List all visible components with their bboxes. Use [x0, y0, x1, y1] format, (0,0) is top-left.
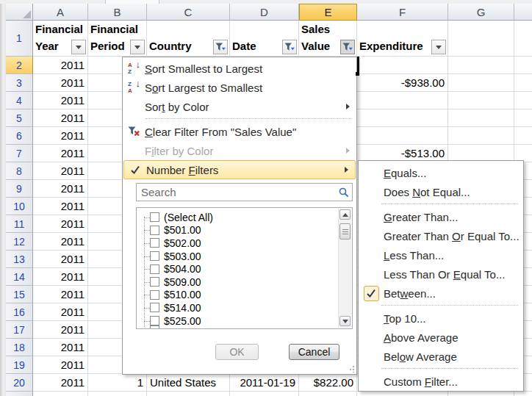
cell-A11[interactable]: 2011: [33, 215, 88, 233]
cell-D21[interactable]: [230, 392, 299, 396]
row-header-15[interactable]: 15: [6, 286, 33, 303]
cell-A18[interactable]: 2011: [33, 339, 88, 356]
menu-item-sort-largest-to-smallest[interactable]: ZA↓Sort Largest to Smallest: [123, 78, 356, 97]
cell-G4[interactable]: [448, 92, 514, 109]
checkbox-unchecked[interactable]: [150, 303, 159, 312]
filter-dropdown-button-A[interactable]: [71, 40, 86, 54]
cell-E20[interactable]: $822.00: [299, 374, 357, 392]
column-header-A[interactable]: A: [33, 4, 88, 21]
list-scrollbar[interactable]: [338, 209, 351, 328]
filter-funnel-button-E[interactable]: [340, 40, 355, 54]
submenu-item-above-average[interactable]: Above Average: [359, 328, 523, 347]
cell-A14[interactable]: 2011: [33, 268, 88, 286]
checkbox-unchecked[interactable]: [150, 264, 159, 274]
header-cell-B[interactable]: Financial Period: [88, 21, 147, 57]
checkbox-unchecked[interactable]: [150, 251, 159, 261]
filter-funnel-button-C[interactable]: [213, 40, 228, 54]
active-cell-fill-handle[interactable]: [356, 72, 359, 76]
cell-G21[interactable]: [448, 392, 514, 396]
cell-H3[interactable]: [514, 74, 532, 92]
row-header-6[interactable]: 6: [6, 127, 33, 145]
row-header-19[interactable]: 19: [6, 356, 33, 374]
cell-H21[interactable]: [514, 392, 532, 396]
header-cell-C[interactable]: Country: [147, 21, 230, 57]
column-header-partial[interactable]: [514, 4, 532, 21]
header-cell-F[interactable]: Expenditure: [357, 21, 448, 57]
row-header-2[interactable]: 2: [6, 57, 33, 74]
cell-A8[interactable]: 2011: [33, 162, 88, 180]
checkbox-unchecked[interactable]: [150, 277, 159, 287]
scroll-thumb[interactable]: [339, 223, 351, 240]
cell-G5[interactable]: [448, 109, 514, 127]
cell-F4[interactable]: [357, 92, 448, 109]
row-header-8[interactable]: 8: [6, 162, 33, 180]
filter-value-option[interactable]: $502.00: [137, 237, 352, 250]
cell-E21[interactable]: [299, 392, 357, 396]
search-icon[interactable]: [336, 187, 352, 198]
cell-A9[interactable]: 2011: [33, 180, 88, 198]
filter-value-option[interactable]: $504.00: [137, 262, 352, 276]
row-header-14[interactable]: 14: [6, 268, 33, 286]
cell-F2[interactable]: [357, 57, 448, 74]
cell-A10[interactable]: 2011: [33, 198, 88, 215]
row-header-21[interactable]: 21: [6, 392, 33, 396]
menu-item-filter-by-color[interactable]: Filter by Color: [123, 141, 356, 160]
cell-C20[interactable]: United States: [147, 374, 230, 392]
cell-A15[interactable]: 2011: [33, 286, 88, 303]
cell-B20[interactable]: 1: [88, 374, 147, 392]
cell-G2[interactable]: [448, 57, 514, 74]
column-header-G[interactable]: G: [448, 4, 514, 21]
cell-A12[interactable]: 2011: [33, 233, 88, 251]
submenu-item-less-than-or-equal-to[interactable]: Less Than Or Equal To...: [359, 264, 523, 284]
submenu-item-top-10[interactable]: Top 10...: [359, 309, 523, 328]
submenu-item-between[interactable]: Between...: [359, 284, 523, 303]
header-cell-E[interactable]: Sales Value: [299, 21, 357, 57]
cell-A6[interactable]: 2011: [33, 127, 88, 145]
column-header-D[interactable]: D: [230, 4, 299, 21]
filter-value-option[interactable]: $525.00: [137, 314, 352, 328]
cell-H4[interactable]: [514, 92, 532, 109]
cell-A16[interactable]: 2011: [33, 303, 88, 321]
cell-A2[interactable]: 2011: [33, 57, 88, 74]
cell-B21[interactable]: [88, 392, 147, 396]
column-header-E[interactable]: E: [299, 4, 357, 21]
column-header-B[interactable]: B: [88, 4, 147, 21]
column-header-C[interactable]: C: [147, 4, 230, 21]
header-cell-A[interactable]: Financial Year: [33, 21, 88, 57]
checkbox-unchecked[interactable]: [150, 316, 159, 325]
submenu-item-does-not-equal[interactable]: Does Not Equal...: [359, 182, 523, 201]
row-header-9[interactable]: 9: [6, 180, 33, 198]
submenu-item-greater-than[interactable]: Greater Than...: [359, 207, 523, 226]
menu-item-clear-filter-from-sales-value[interactable]: Clear Filter From "Sales Value": [123, 122, 356, 141]
cell-F21[interactable]: [357, 392, 448, 396]
search-input[interactable]: [137, 184, 336, 200]
submenu-item-custom-filter[interactable]: Custom Filter...: [359, 372, 523, 391]
cell-D20[interactable]: 2011-01-19: [230, 374, 299, 392]
row-header-10[interactable]: 10: [6, 198, 33, 215]
cancel-button[interactable]: Cancel: [289, 344, 339, 360]
cell-A13[interactable]: 2011: [33, 251, 88, 268]
column-header-F[interactable]: F: [357, 4, 448, 21]
filter-value-option[interactable]: $501.00: [137, 224, 352, 237]
filter-dropdown-button-F[interactable]: [431, 40, 446, 54]
row-header-16[interactable]: 16: [6, 303, 33, 321]
checkbox-unchecked[interactable]: [150, 226, 159, 235]
ok-button[interactable]: OK: [215, 344, 259, 360]
checkbox-unchecked[interactable]: [150, 290, 159, 300]
menu-item-number-filters[interactable]: Number Filters: [123, 160, 356, 179]
submenu-item-greater-than-or-equal-to[interactable]: Greater Than Or Equal To...: [359, 226, 523, 245]
header-cell-D[interactable]: Date: [230, 21, 299, 57]
scroll-down-button[interactable]: [339, 316, 351, 326]
cell-A21[interactable]: [33, 392, 88, 396]
cell-F3[interactable]: -$938.00: [357, 74, 448, 92]
row-header-12[interactable]: 12: [6, 233, 33, 251]
filter-value-option[interactable]: (Select All): [137, 211, 352, 224]
header-cell-G[interactable]: [448, 21, 514, 57]
menu-item-sort-smallest-to-largest[interactable]: AZ↓Sort Smallest to Largest: [123, 59, 356, 78]
row-header-13[interactable]: 13: [6, 251, 33, 268]
submenu-item-equals[interactable]: Equals...: [359, 163, 523, 182]
cell-C21[interactable]: [147, 392, 230, 396]
row-header-17[interactable]: 17: [6, 321, 33, 339]
row-header-18[interactable]: 18: [6, 339, 33, 356]
row-header-7[interactable]: 7: [6, 145, 33, 162]
